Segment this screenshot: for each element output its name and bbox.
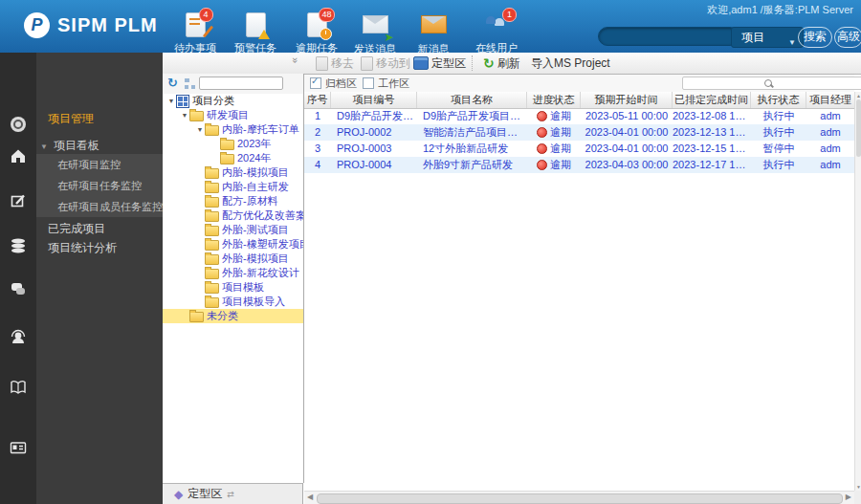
caret-down-icon[interactable]: ▼ (195, 122, 205, 137)
tree-node[interactable]: 2023年 (163, 137, 303, 151)
tree-node[interactable]: 配方-原材料 (163, 194, 303, 208)
tree-toolbar: ↻ ▼ ▲ (163, 74, 304, 95)
chevron-down-icon: ▼ (788, 33, 796, 53)
logo-dropdown-icon[interactable]: ▼ (145, 23, 154, 33)
archive-area-checkbox[interactable] (310, 77, 321, 89)
home-icon[interactable] (10, 147, 27, 164)
work-area-checkbox[interactable] (363, 77, 374, 89)
col-header-no[interactable]: 序号 (304, 92, 331, 108)
cell-manager[interactable]: adm (806, 108, 854, 124)
horizontal-scrollbar[interactable]: ◀ ▶ (304, 491, 854, 504)
sipm-badge-icon[interactable] (10, 116, 27, 133)
caret-down-icon[interactable]: ▼ (180, 108, 189, 122)
book-icon[interactable] (10, 379, 27, 396)
scroll-down-icon[interactable]: ▼ (855, 484, 861, 490)
global-search-input[interactable] (598, 27, 740, 46)
hierarchy-icon[interactable] (185, 78, 195, 89)
col-header-name[interactable]: 项目名称 (417, 92, 527, 108)
edit-icon[interactable] (10, 192, 27, 209)
cell-code-link[interactable]: PROJ-0003 (331, 141, 417, 157)
sidebar-item-project-management[interactable]: 项目管理 (36, 107, 174, 130)
cell-name-link[interactable]: 外胎9寸新产品研发 (417, 157, 527, 173)
move-to-button[interactable]: 移动到 (361, 53, 410, 74)
table-row[interactable]: 2 PROJ-0002 智能清洁产品项目模板 逾期 2023-04-01 00:… (304, 124, 854, 141)
cell-manager[interactable]: adm (806, 157, 854, 173)
remove-button[interactable]: 移去 (316, 53, 354, 74)
tree-node[interactable]: 外胎-橡塑研发项目 (163, 237, 303, 252)
tree-node[interactable]: ▼ 内胎-摩托车订单 (163, 122, 303, 137)
tree-node[interactable]: 配方优化及改善案 (163, 208, 303, 223)
nav-overdue-tasks[interactable]: 48 逾期任务 (289, 12, 344, 55)
nav-send-message[interactable]: ➤ 发送消息 (347, 12, 403, 56)
search-icon[interactable] (764, 79, 772, 87)
tree-node[interactable]: ▼ 研发项目 (163, 108, 303, 122)
col-header-start[interactable]: 预期开始时间 (581, 92, 673, 108)
nav-warning-tasks[interactable]: 预警任务 (228, 12, 283, 55)
col-header-manager[interactable]: 项目经理 (806, 92, 854, 108)
tree-node-uncategorized-selected[interactable]: 未分类 (163, 309, 303, 323)
folder-icon (189, 111, 204, 121)
tree-node-root[interactable]: ▼ 项目分类 (163, 94, 303, 108)
sidebar-item-project-statistics[interactable]: 项目统计分析 (36, 238, 174, 257)
cell-manager[interactable]: adm (806, 141, 854, 157)
caret-down-icon[interactable]: ▼ (166, 94, 176, 108)
sidebar-item-active-project-monitor[interactable]: 在研项目监控 (36, 154, 163, 175)
tree-search-input[interactable] (199, 77, 283, 90)
tree-footer-bar[interactable]: ◆ 定型区 ⇄ (163, 483, 303, 504)
collapse-panel-icon[interactable]: » (290, 57, 301, 63)
cell-code-link[interactable]: D9胎产品开发项目… (331, 108, 417, 124)
col-header-code[interactable]: 项目编号 (331, 92, 417, 108)
nav-new-message[interactable]: 新消息 (406, 12, 461, 56)
nav-online-users[interactable]: 1 在线用户 (469, 12, 524, 55)
tree-refresh-icon[interactable]: ↻ (167, 76, 178, 90)
cell-name-link[interactable]: 智能清洁产品项目模板 (417, 124, 527, 141)
horizontal-scroll-thumb[interactable] (317, 493, 843, 504)
chat-icon[interactable] (10, 280, 27, 297)
swap-icon[interactable]: ⇄ (227, 490, 234, 499)
tree-node[interactable]: 项目模板导入 (163, 295, 303, 309)
tree-node[interactable]: 外胎-模拟项目 (163, 252, 303, 266)
col-header-exec[interactable]: 执行状态 (751, 92, 806, 108)
tree-node[interactable]: 内胎-自主研发 (163, 180, 303, 194)
vertical-scroll-thumb[interactable] (856, 99, 861, 157)
col-header-progress[interactable]: 进度状态 (527, 92, 581, 108)
cell-name-link[interactable]: D9胎产品开发项目模板 (417, 108, 527, 124)
cell-code-link[interactable]: PROJ-0002 (331, 124, 417, 141)
scroll-right-icon[interactable]: ▶ (846, 493, 851, 501)
sidebar-item-active-task-monitor[interactable]: 在研项目任务监控 (36, 175, 163, 196)
tree-node[interactable]: 项目模板 (163, 280, 303, 295)
advanced-search-button[interactable]: 高级 (834, 27, 861, 48)
pin-area-button[interactable]: 定型区 (413, 53, 466, 74)
refresh-button[interactable]: ↻ 刷新 (483, 53, 520, 74)
sidebar-item-member-task-monitor[interactable]: 在研项目成员任务监控 (36, 196, 163, 217)
database-icon[interactable] (10, 237, 27, 254)
page-icon (316, 56, 328, 71)
cell-progress: 逾期 (550, 124, 571, 141)
tree-node[interactable]: 内胎-模拟项目 (163, 165, 303, 180)
overdue-clock-icon: 48 (307, 12, 327, 37)
cell-name-link[interactable]: 12寸外胎新品研发 (417, 141, 527, 157)
search-button[interactable]: 搜索 (798, 27, 832, 48)
col-header-end[interactable]: 已排定完成时间 (673, 92, 751, 108)
table-row[interactable]: 1 D9胎产品开发项目… D9胎产品开发项目模板 逾期 2023-05-11 0… (304, 108, 854, 124)
support-headset-icon[interactable] (10, 328, 27, 345)
search-category-select[interactable]: 项目 ▼ (731, 27, 804, 48)
table-row[interactable]: 3 PROJ-0003 12寸外胎新品研发 逾期 2023-04-01 00:0… (304, 141, 854, 157)
cell-code-link[interactable]: PROJ-0004 (331, 157, 417, 173)
remove-label: 移去 (331, 55, 354, 72)
vertical-scrollbar[interactable]: ▲ ▼ (854, 92, 861, 491)
scroll-left-icon[interactable]: ◀ (307, 493, 313, 501)
nav-todo-items[interactable]: 4 待办事项 (167, 12, 223, 55)
id-card-icon[interactable] (10, 439, 27, 456)
table-row[interactable]: 4 PROJ-0004 外胎9寸新产品研发 逾期 2023-04-03 00:0… (304, 157, 854, 173)
cell-manager[interactable]: adm (806, 124, 854, 141)
sidebar-item-completed-projects[interactable]: 已完成项目 (36, 219, 174, 238)
tree-node-label: 配方-原材料 (222, 194, 278, 208)
sidebar-group-project-kanban[interactable]: ▼项目看板 (36, 136, 163, 155)
tree-node[interactable]: 外胎-测试项目 (163, 223, 303, 237)
tree-node[interactable]: 2024年 (163, 151, 303, 165)
import-ms-project-button[interactable]: 导入MS Project (531, 53, 610, 74)
tree-node[interactable]: 外胎-新花纹设计 (163, 266, 303, 280)
scroll-up-icon[interactable]: ▲ (855, 93, 861, 99)
folder-icon (205, 125, 219, 136)
